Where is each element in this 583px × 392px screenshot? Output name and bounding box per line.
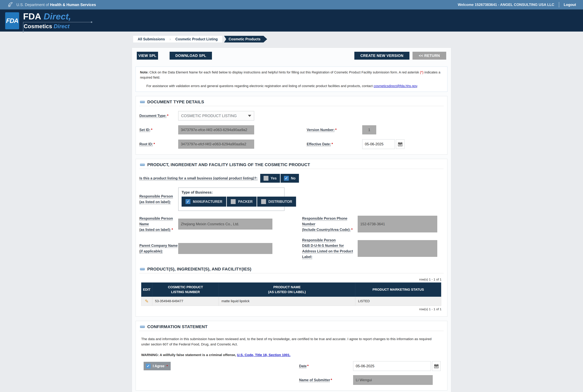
- cell-listing-number: 53-354948-649477: [152, 296, 219, 306]
- products-table: EDIT COSMETIC PRODUCT LISTING NUMBER PRO…: [141, 282, 441, 306]
- collapse-icon[interactable]: [140, 326, 145, 328]
- section-title: PRODUCT, INGREDIENT AND FACILITY LISTING…: [147, 162, 310, 167]
- i-agree-checkbox[interactable]: I Agree *: [144, 362, 171, 370]
- view-spl-button[interactable]: VIEW SPL: [137, 52, 158, 60]
- logout-link[interactable]: Logout: [564, 2, 576, 7]
- edit-row-button[interactable]: [141, 296, 152, 306]
- effective-date-input[interactable]: [362, 139, 395, 149]
- section-rule: [139, 273, 444, 273]
- toolbar: VIEW SPL DOWNLOAD SPL CREATE NEW VERSION…: [137, 52, 446, 60]
- rows-count-top: row(s) 1 - 1 of 1: [142, 278, 441, 281]
- collapse-icon[interactable]: [140, 268, 145, 270]
- root-id-label[interactable]: Root ID:: [139, 142, 153, 146]
- cosmeticsdirect-email-link[interactable]: cosmeticsdirect@fda.hhs.gov: [374, 84, 417, 88]
- main-card: VIEW SPL DOWNLOAD SPL CREATE NEW VERSION…: [132, 48, 451, 392]
- rp-phone-input: [358, 216, 437, 232]
- brand-title: FDADirect, CosmeticsDirect: [23, 12, 71, 30]
- parent-company-input: [178, 243, 272, 254]
- confirmation-text: The data and information in this submiss…: [141, 336, 439, 347]
- cell-marketing-status: LISTED: [355, 296, 441, 306]
- note-help-text: For assistance with validation errors an…: [140, 84, 443, 88]
- section-rule: [139, 169, 444, 169]
- manufacturer-checkbox[interactable]: MANUFACTURER: [182, 196, 226, 206]
- confirmation-date-input[interactable]: [353, 361, 431, 371]
- warning-text: WARNING: A willfully false statement is …: [141, 353, 442, 357]
- name-of-submitter-input: [353, 375, 433, 385]
- rp-duns-label[interactable]: Responsible Person D&B D-U-N-S Number fo…: [302, 238, 353, 259]
- hhs-eagle-icon: [7, 1, 14, 8]
- header-marketing-status: PRODUCT MARKETING STATUS: [355, 282, 441, 296]
- distributor-checkbox[interactable]: DISTRIBUTOR: [257, 196, 296, 206]
- header-product-name: PRODUCT NAME (AS LISTED ON LABEL): [219, 282, 355, 296]
- small-business-toggle: Yes No: [260, 174, 300, 183]
- small-business-yes-checkbox[interactable]: Yes: [260, 174, 280, 183]
- rows-count-bottom: row(s) 1 - 1 of 1: [142, 307, 441, 311]
- table-row: 53-354948-649477 matte liquid lipstick L…: [141, 296, 441, 306]
- section-title: CONFIRMATION STATEMENT: [147, 324, 207, 329]
- breadcrumb: All Submissions › Cosmetic Product Listi…: [133, 36, 583, 42]
- checkbox-unchecked-icon[interactable]: [231, 199, 236, 204]
- collapse-icon[interactable]: [140, 101, 145, 103]
- edit-icon[interactable]: [145, 298, 149, 304]
- note-text: Note: Click on the Data Element Name for…: [140, 70, 443, 80]
- rp-name-input: [178, 218, 272, 230]
- responsible-person-label[interactable]: Responsible Person (as listed on label):: [139, 194, 173, 204]
- section-rule: [139, 106, 444, 106]
- calendar-icon[interactable]: [396, 140, 404, 149]
- create-new-version-button[interactable]: CREATE NEW VERSION: [354, 52, 409, 60]
- dept-text: U.S. Department of Health & Human Servic…: [17, 2, 96, 7]
- calendar-icon[interactable]: [432, 361, 441, 371]
- return-button[interactable]: << RETURN: [413, 52, 446, 60]
- section-confirmation-statement: CONFIRMATION STATEMENT The data and info…: [136, 321, 447, 391]
- breadcrumb-cosmetic-products-active[interactable]: Cosmetic Products: [224, 36, 267, 42]
- parent-company-label[interactable]: Parent Company Name (if applicable):: [139, 244, 178, 253]
- checkbox-checked-icon[interactable]: [146, 364, 151, 368]
- header-listing-number: COSMETIC PRODUCT LISTING NUMBER: [152, 282, 219, 296]
- note-box: Note: Click on the Data Element Name for…: [136, 66, 447, 92]
- table-header-row: EDIT COSMETIC PRODUCT LISTING NUMBER PRO…: [141, 282, 441, 296]
- subsection-title: PRODUCT(S), INGREDIENT(S), AND FACILITY(…: [147, 267, 251, 272]
- breadcrumb-cosmetic-product-listing[interactable]: Cosmetic Product Listing: [172, 36, 221, 42]
- collapse-icon[interactable]: [140, 164, 145, 166]
- checkbox-unchecked-icon[interactable]: [263, 176, 268, 181]
- header-edit: EDIT: [141, 282, 152, 296]
- fda-logo: FDA: [5, 12, 19, 29]
- version-number-label[interactable]: Version Number:: [307, 128, 335, 132]
- small-business-no-checkbox[interactable]: No: [280, 174, 300, 183]
- packer-checkbox[interactable]: PACKER: [227, 196, 256, 206]
- us-code-link[interactable]: U.S. Code, Title 18, Section 1001.: [237, 353, 290, 357]
- rp-phone-label[interactable]: Responsible Person Phone Number (Include…: [302, 216, 351, 232]
- type-of-business-fieldset: Type of Business: MANUFACTURER PACKER DI…: [178, 188, 284, 211]
- section-title: DOCUMENT TYPE DETAILS: [147, 100, 204, 104]
- name-of-submitter-label[interactable]: Name of Submitter: [299, 378, 330, 382]
- section-rule: [139, 331, 444, 331]
- type-of-business-label: Type of Business:: [182, 190, 281, 194]
- app-header: FDA FDADirect, CosmeticsDirect: [0, 10, 583, 32]
- checkbox-unchecked-icon[interactable]: [261, 199, 266, 204]
- small-business-label[interactable]: Is this a product listing for a small bu…: [139, 176, 257, 181]
- date-label[interactable]: Date: [299, 364, 307, 368]
- section-document-type-details: DOCUMENT TYPE DETAILS Document Type:* CO…: [136, 96, 447, 154]
- rp-duns-input: [358, 240, 437, 257]
- root-id-input: [178, 140, 254, 149]
- checkbox-checked-icon[interactable]: [284, 176, 289, 181]
- version-number-input: [362, 125, 376, 134]
- document-type-label[interactable]: Document Type:: [139, 114, 166, 118]
- download-spl-button[interactable]: DOWNLOAD SPL: [170, 52, 212, 60]
- cell-product-name: matte liquid lipstick: [219, 296, 355, 306]
- effective-date-label[interactable]: Effective Date:: [307, 142, 331, 146]
- set-id-label[interactable]: Set ID:: [139, 128, 150, 132]
- topbar-divider: [559, 2, 559, 8]
- chevron-right-icon: ›: [169, 37, 172, 42]
- red-asterisk-note: (*): [420, 70, 423, 74]
- checkbox-checked-icon[interactable]: [185, 199, 190, 204]
- breadcrumb-all-submissions[interactable]: All Submissions: [134, 36, 169, 42]
- section-product-listing: PRODUCT, INGREDIENT AND FACILITY LISTING…: [136, 159, 447, 316]
- rp-name-label[interactable]: Responsible Person Name (as listed on la…: [139, 216, 173, 232]
- welcome-text: Welcome 15267383641 - ANGEL CONSULTING U…: [458, 2, 554, 7]
- document-type-select[interactable]: COSMETIC PRODUCT LISTING: [178, 111, 254, 120]
- chevron-down-icon: [248, 115, 251, 117]
- set-id-input: [178, 125, 254, 134]
- gov-topbar: U.S. Department of Health & Human Servic…: [0, 0, 583, 10]
